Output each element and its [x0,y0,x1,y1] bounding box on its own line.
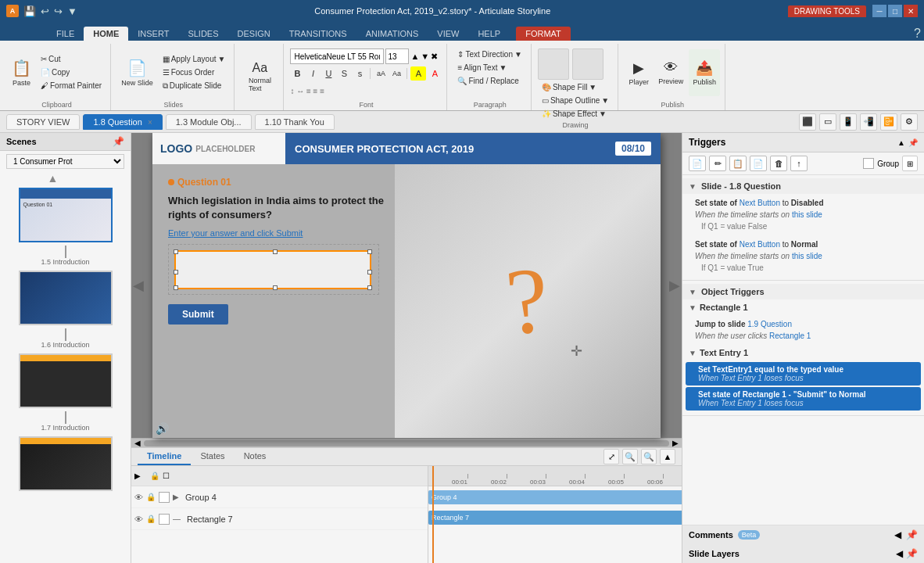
module-obj-tab[interactable]: 1.3 Module Obj... [166,114,252,130]
text-entry-container[interactable] [168,244,379,295]
horizontal-scrollbar[interactable]: ◀ ▶ [131,438,682,447]
scenes-collapse-icon[interactable]: 📌 [113,136,124,147]
triggers-collapse-btn[interactable]: ▲ [897,138,905,147]
scroll-thumb-h[interactable] [144,440,669,446]
font-name-input[interactable] [290,48,384,64]
shadow-button[interactable]: s [353,66,367,81]
triggers-settings-btn[interactable]: ⊞ [902,156,918,171]
highlight-button[interactable]: A [410,66,426,81]
notes-tab[interactable]: Notes [235,448,276,465]
question-tab-close[interactable]: × [148,118,152,127]
story-view-tab[interactable]: STORY VIEW [6,114,80,130]
timeline-zoom-in-btn[interactable]: 🔍 [641,449,657,464]
find-replace-button[interactable]: 🔍 Find / Replace [453,75,525,87]
tab-animations[interactable]: ANIMATIONS [356,27,428,41]
track-expand-group4[interactable]: ▶ [173,493,179,501]
handle-tm[interactable] [273,249,278,254]
scroll-right-btn[interactable]: ▶ [669,439,682,447]
slide-thumb-4[interactable] [19,436,113,491]
handle-bl[interactable] [174,285,178,290]
tab-design[interactable]: DESIGN [228,27,280,41]
rect7-timeline-bar[interactable]: Rectangle 7 [428,511,682,525]
scene-dropdown[interactable]: 1 Consumer Prot [6,154,124,169]
handle-ml[interactable] [174,270,178,274]
play-header[interactable]: ▶ [134,472,150,480]
tab-slides[interactable]: SLIDES [178,27,227,41]
track-lock-group4[interactable]: 🔒 [146,493,156,501]
maximize-button[interactable]: □ [888,5,902,17]
slide-thumb-2[interactable] [19,271,113,325]
group-check[interactable] [863,158,874,169]
slide-layers-pin-btn[interactable]: 📌 [906,548,918,559]
text-entry1-trigger-2[interactable]: Set state of Rectangle 1 - "Submit" to N… [686,387,921,411]
new-slide-button[interactable]: 📄 New Slide [117,49,157,96]
copy-trigger-btn[interactable]: 📋 [729,156,747,171]
move-up-trigger-btn[interactable]: ↑ [790,156,808,171]
help-icon[interactable]: ? [914,27,921,41]
scroll-up[interactable]: ▲ [0,172,112,185]
font-size-increase[interactable]: ▲ [410,52,419,61]
tab-view[interactable]: VIEW [428,27,468,41]
question-tab[interactable]: 1.8 Question × [83,114,162,130]
track-check-rect7[interactable] [159,514,170,525]
clear-format-icon[interactable]: ✖ [431,52,438,62]
slide-section-header[interactable]: ▼ Slide - 1.8 Question [682,178,924,194]
align-text-button[interactable]: ≡ Align Text ▼ [453,62,525,74]
bold-button[interactable]: B [290,66,304,81]
italic-button[interactable]: I [306,66,320,81]
text-entry1-trigger-row[interactable]: ▼ Text Entry 1 [682,345,924,360]
view-icon-btn-4[interactable]: 📲 [860,113,877,131]
allcaps-button[interactable]: aA [374,66,388,81]
quick-styles-button[interactable] [572,48,603,80]
window-controls[interactable]: ─ □ ✕ [872,5,918,17]
cut-button[interactable]: ✂ Cut [37,53,106,65]
handle-tr[interactable] [367,249,372,254]
tab-drawing-tools[interactable]: FORMAT [516,27,571,41]
timeline-fit-btn[interactable]: ⤢ [603,449,619,464]
text-direction-button[interactable]: ⇕ Text Direction ▼ [453,48,525,60]
copy-button[interactable]: 📄 Copy [37,66,106,78]
scroll-left-btn[interactable]: ◀ [131,439,144,447]
object-triggers-header[interactable]: ▼ Object Triggers [682,284,924,299]
tab-transitions[interactable]: TRANSITIONS [280,27,356,41]
underline-button[interactable]: U [321,66,335,81]
duplicate-slide-button[interactable]: ⧉ Duplicate Slide [159,80,230,92]
player-button[interactable]: ▶ Player [625,49,653,96]
slide-thumb-3[interactable] [19,353,113,408]
tab-home[interactable]: HOME [84,27,128,41]
comments-collapse-btn[interactable]: ◀ [894,529,901,540]
shape-outline-button[interactable]: ▭ Shape Outline ▼ [538,95,613,106]
handle-br[interactable] [367,285,372,290]
paste-trigger-btn[interactable]: 📄 [750,156,767,171]
rectangle1-trigger-row[interactable]: ▼ Rectangle 1 [682,299,924,315]
timeline-tab[interactable]: Timeline [138,448,191,465]
preview-button[interactable]: 👁 Preview [654,49,687,96]
minimize-button[interactable]: ─ [872,5,886,17]
shape-fill-button[interactable]: 🎨 Shape Fill ▼ [538,81,613,93]
track-lock-rect7[interactable]: 🔒 [146,515,156,523]
group4-timeline-bar[interactable]: Group 4 [428,490,682,504]
tab-insert[interactable]: INSERT [128,27,178,41]
slide-layers-collapse-btn[interactable]: ◀ [896,548,903,559]
focus-order-button[interactable]: ☰ Focus Order [159,66,230,78]
view-icon-btn-3[interactable]: 📱 [840,113,857,131]
text-entry1-trigger-1[interactable]: Set TextEntry1 equal to the typed value … [686,362,921,385]
strikethrough-button[interactable]: S [337,66,351,81]
normal-text-button[interactable]: Aa NormalText [241,53,278,100]
close-button[interactable]: ✕ [904,5,918,17]
triggers-pin-btn[interactable]: 📌 [908,138,918,147]
timeline-collapse-btn[interactable]: ▲ [660,449,675,464]
track-expand-rect7[interactable]: — [173,515,181,523]
font-size-input[interactable] [385,48,409,64]
thank-you-tab[interactable]: 1.10 Thank You [255,114,335,130]
arrange-button[interactable] [538,48,569,80]
shape-effect-button[interactable]: ✨ Shape Effect ▼ [538,108,613,120]
format-painter-button[interactable]: 🖌 Format Painter [37,80,106,91]
handle-tl[interactable] [174,249,178,254]
fontsize-aa-button[interactable]: Aa [389,66,403,81]
track-eye-group4[interactable]: 👁 [134,493,143,502]
font-color-button[interactable]: A [428,66,442,81]
view-icon-btn-1[interactable]: ⬛ [799,113,816,131]
tab-file[interactable]: FILE [47,27,84,41]
next-slide-arrow[interactable]: ▶ [669,277,680,294]
